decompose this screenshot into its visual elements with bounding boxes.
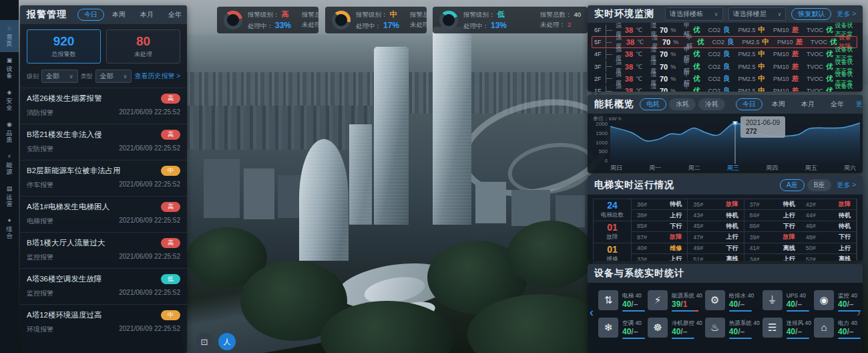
sidebar-item[interactable]: ◉ 品质 [0, 116, 19, 148]
alarm-list-item[interactable]: A塔26楼发生烟雾报警 高 消防报警 2021/06/09 22:25:52 [20, 88, 187, 124]
device-card[interactable]: ❄ 空调 40 40/– [598, 316, 645, 339]
alarm-time: 2021/06/09 22:25:52 [119, 144, 180, 154]
alarm-list-item[interactable]: A塔36楼空调发生故障 低 监控报警 2021/06/09 22:25:52 [20, 268, 187, 304]
device-card[interactable]: ⇅ 电梯 40 40/– [598, 288, 645, 312]
chart-x-axis: 周日周一周二周三周四周五周六 [610, 164, 856, 172]
energy-type-tab[interactable]: 冷耗 [698, 98, 725, 110]
alarm-level-badge: 高 [161, 202, 180, 212]
elevator-status: 上行 [783, 211, 795, 220]
device-card[interactable]: ♨ 热源系统 40 40/– [705, 316, 760, 339]
tvoc-grade: 优 [826, 86, 833, 92]
humidity-label: 湿度 [650, 82, 657, 92]
alarm-range-tab[interactable]: 本周 [105, 9, 132, 21]
elevator-building-tab[interactable]: B座 [807, 179, 832, 191]
x-tick: 周五 [805, 164, 817, 172]
sidebar-item[interactable]: ✦ 综合 [0, 213, 19, 245]
energy-type-tab[interactable]: 水耗 [669, 98, 696, 110]
energy-chart[interactable]: 单位：kW·h 2000150010005000 周日周一周二周三周四周五周六 … [592, 115, 857, 172]
alarm-range-tab[interactable]: 今日 [77, 9, 104, 21]
device-card[interactable]: ☸ 冷机群控 40 40/– [648, 316, 702, 339]
elevator-more-link[interactable]: 更多 > [837, 181, 856, 190]
pm10-grade: 差 [792, 25, 799, 35]
elevator-id: 35# [693, 201, 703, 208]
device-total: 40 [753, 320, 759, 326]
total-value: 40 [574, 11, 581, 18]
history-alarm-link[interactable]: 查看历史报警 > [134, 72, 180, 81]
elevator-status: 下行 [670, 222, 682, 231]
sidebar-item[interactable]: ⚡ 能源 [0, 148, 19, 181]
pm10-label: PM10 [773, 88, 789, 92]
energy-more-link[interactable]: 更多 > [856, 100, 863, 109]
elevator-stat-label: 电梯总数 [601, 211, 624, 219]
alarm-panel-title: 报警管理 [27, 9, 67, 21]
alarm-list-item[interactable]: A塔1#电梯发生电梯困人 高 电梯报警 2021/06/09 22:25:52 [20, 196, 187, 232]
level-filter-value: 全部 [46, 72, 59, 81]
level-filter-select[interactable]: 全部 ∨ [41, 70, 78, 83]
alarm-title: A塔12楼环境温度过高 [27, 310, 101, 320]
alarm-list-item[interactable]: B2层新能源车位被非法占用 中 停车报警 2021/06/09 22:25:52 [20, 160, 187, 196]
alarm-category: 停车报警 [27, 181, 53, 190]
humidity-unit: % [670, 76, 676, 82]
chevron-down-icon: ∨ [714, 11, 718, 17]
pm25-grade: 中 [758, 25, 766, 35]
device-bad-count: – [797, 327, 802, 336]
device-card[interactable]: ⚙ 给排水 40 40/– [705, 288, 760, 312]
energy-range-tab[interactable]: 今日 [736, 98, 763, 110]
alarm-list-item[interactable]: A塔12楼环境温度过高 中 环境报警 2021/06/09 22:25:52 [20, 304, 187, 340]
alarm-list-item[interactable]: B塔21楼发生非法入侵 高 安防报警 2021/06/09 22:25:52 [20, 124, 187, 160]
total-alarm-stat[interactable]: 920 总报警数 [27, 29, 101, 64]
elevator-id: 42# [806, 201, 816, 208]
temp-unit: ℃ [636, 51, 642, 57]
device-name: 热源系统 [729, 320, 752, 326]
humidity-value: 70 [660, 26, 668, 34]
elevator-building-tab[interactable]: A座 [780, 179, 805, 191]
alarm-title: B塔1楼大厅人流量过大 [27, 238, 105, 248]
alarm-range-tab[interactable]: 全年 [162, 9, 187, 21]
alarm-list-item[interactable]: B塔1楼大厅人流量过大 高 监控报警 2021/06/09 22:25:52 [20, 232, 187, 268]
level-label: 报警级别： [248, 11, 280, 19]
alarm-donut-chart [224, 11, 242, 29]
temp-label: 温度 [616, 82, 622, 92]
energy-range-tab[interactable]: 本周 [765, 98, 792, 110]
carousel-left-arrow[interactable]: ‹ [590, 306, 594, 320]
alarm-range-tab[interactable]: 本月 [134, 9, 160, 21]
device-card[interactable]: ☴ 送排风 40 40/– [763, 316, 811, 339]
processing-label: 处理中： [463, 22, 489, 31]
sidebar-item[interactable]: ◈ 安全 [0, 84, 19, 116]
env-more-link[interactable]: 更多 > [837, 9, 856, 19]
floor-label: 5F [594, 39, 604, 45]
energy-range-tab[interactable]: 本月 [795, 98, 821, 110]
energy-type-tab[interactable]: 电耗 [640, 98, 666, 110]
pm10-label: PM10 [773, 27, 789, 33]
home-icon: ⌂ [7, 25, 11, 31]
device-ok-count: 40 [787, 300, 795, 309]
device-card[interactable]: ⚡ 能源系统 40 39/1 [648, 288, 702, 312]
elevator-id: 46# [806, 223, 816, 229]
walk-mode-button[interactable]: 人 [218, 333, 236, 350]
unhandled-alarm-stat[interactable]: 80 未处理 [106, 29, 180, 64]
device-bad-count: – [740, 300, 745, 309]
device-name: UPS [787, 292, 798, 299]
elevator-cell: 45# 待机 [688, 221, 744, 232]
reset-view-button[interactable]: ⊡ [196, 333, 213, 350]
device-card[interactable]: ⏚ UPS 40 40/– [763, 288, 811, 312]
ups-icon: ⏚ [763, 290, 783, 310]
elevator-cell: 39# 故障 [744, 232, 801, 243]
sidebar-item[interactable]: ▣ 设备 [0, 52, 19, 84]
elevator-status: 故障 [839, 200, 851, 209]
floor-select[interactable]: 请选择楼层 ∨ [728, 7, 787, 21]
reset-default-button[interactable]: 恢复默认 [791, 8, 831, 20]
carousel-right-arrow[interactable]: › [857, 306, 861, 320]
sidebar-item[interactable]: ▤ 运营 [0, 181, 19, 213]
energy-range-tab[interactable]: 全年 [824, 98, 851, 110]
device-card[interactable]: ◉ 监控 40 40/– [814, 288, 861, 312]
elevator-id: 48# [806, 234, 816, 241]
elevator-cell: 40# 维修 [632, 243, 688, 254]
building-select[interactable]: 请选择楼栋 ∨ [665, 7, 723, 21]
sidebar-item[interactable]: ⌂ 首页 [0, 20, 19, 52]
elevator-id: 84# [750, 212, 760, 219]
type-filter-select[interactable]: 全部 ∨ [95, 70, 132, 83]
elevator-cell: 35# 故障 [688, 199, 744, 210]
device-card[interactable]: ⌂ 电力 40 40/– [814, 316, 861, 339]
alarm-category: 环境报警 [27, 325, 53, 334]
